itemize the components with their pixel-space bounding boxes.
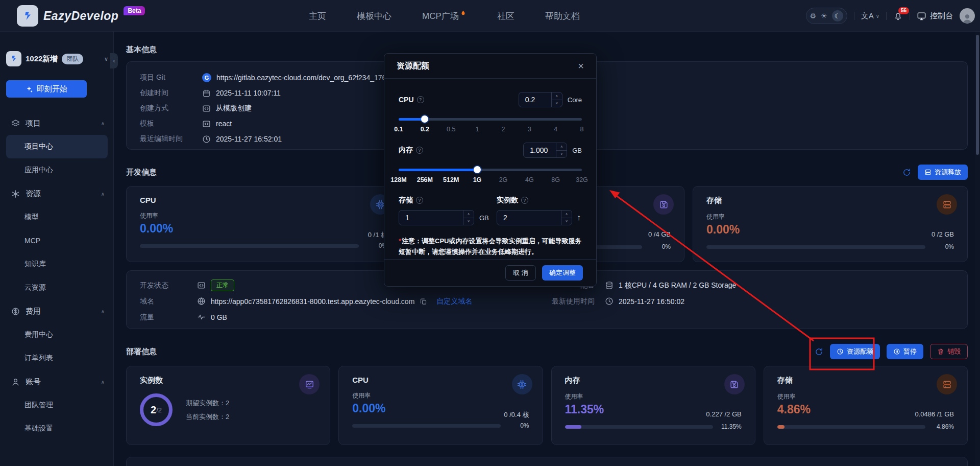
cancel-button[interactable]: 取 消: [505, 265, 536, 281]
chevron-up-icon: ∧: [101, 191, 105, 197]
nav-template-center[interactable]: 模板中心: [357, 10, 391, 22]
memory-input[interactable]: [524, 143, 556, 157]
scale-up-arrow-icon[interactable]: ↑: [577, 213, 581, 222]
storage-quota: 0 /2 GB: [932, 230, 954, 238]
chevron-down-icon: ∨: [876, 13, 879, 19]
app-logo-icon: [17, 5, 38, 27]
calendar-icon: [202, 89, 211, 98]
destroy-button[interactable]: 销毁: [930, 344, 968, 359]
instances-stepper: ∧∨: [561, 211, 572, 225]
step-down-icon[interactable]: ∨: [463, 218, 474, 225]
instances-input[interactable]: [497, 211, 561, 225]
dark-mode-moon-icon[interactable]: ☾: [832, 10, 843, 21]
help-icon[interactable]: ?: [417, 96, 424, 103]
resource-quota-button[interactable]: 资源配额: [830, 344, 880, 359]
help-icon[interactable]: ?: [416, 197, 423, 204]
language-icon: 文A: [861, 11, 874, 21]
language-selector[interactable]: 文A ∨: [861, 11, 879, 21]
sidebar-item-cloud-resources[interactable]: 云资源: [0, 276, 114, 299]
project-selector[interactable]: 1022新增 团队 ∨: [6, 51, 108, 66]
cpu-label: CPU ?: [399, 96, 424, 104]
nav-mcp-market[interactable]: MCP广场: [422, 10, 467, 22]
cpu-slider[interactable]: [399, 115, 582, 123]
user-avatar[interactable]: [960, 8, 975, 24]
memory-slider-thumb[interactable]: [474, 166, 481, 173]
chevron-up-icon: ∧: [101, 309, 105, 314]
step-up-icon[interactable]: ∧: [556, 143, 567, 151]
copy-icon[interactable]: [420, 297, 432, 305]
code-box-icon: [202, 104, 211, 113]
nav-community[interactable]: 社区: [497, 10, 514, 22]
sidebar-item-orders[interactable]: 订单列表: [0, 346, 114, 370]
sidebar-group-account[interactable]: 账号 ∧: [0, 370, 114, 393]
last-used-row: 最新使用时间 2025-11-27 16:50:02: [546, 293, 736, 309]
divider: [910, 12, 910, 20]
memory-slider[interactable]: [399, 166, 582, 173]
next-section-card-edge: [126, 457, 968, 466]
memory-quota: 0 /4 GB: [648, 230, 671, 238]
sidebar: 1022新增 团队 ∨ 即刻开始 项目 ∧ 项目中心 应用中心 资源 ∧ 模型 …: [0, 32, 114, 466]
resource-release-button[interactable]: 资源释放: [918, 165, 968, 180]
sidebar-item-app-center[interactable]: 应用中心: [0, 158, 114, 182]
confirm-adjust-button[interactable]: 确定调整: [542, 265, 583, 281]
storage-server-icon: [937, 194, 957, 215]
scrollbar-thumb[interactable]: [976, 35, 979, 155]
status-badge: 正常: [211, 279, 234, 291]
deploy-cards-row: 实例数 2/2 期望实例数：2 当前实例数：2 CPU 使用率 0.00% 0 …: [126, 366, 968, 445]
start-now-button[interactable]: 即刻开始: [6, 80, 87, 98]
activity-icon: [197, 313, 206, 321]
sidebar-item-mcp[interactable]: MCP: [0, 229, 114, 252]
nav-help-docs[interactable]: 帮助文档: [545, 10, 580, 22]
domain-url[interactable]: https://app0c73581762826831-8000.test.ap…: [211, 297, 414, 306]
clock-icon: [605, 297, 614, 306]
custom-domain-link[interactable]: 自定义域名: [436, 297, 472, 306]
storage-input[interactable]: [399, 211, 463, 225]
top-header: EazyDevelop Beta 主页 模板中心 MCP广场 社区 帮助文档 ⚙…: [0, 0, 980, 32]
sidebar-group-project[interactable]: 项目 ∧: [0, 111, 114, 135]
step-up-icon[interactable]: ∧: [561, 211, 572, 218]
sidebar-group-billing[interactable]: 费用 ∧: [0, 299, 114, 323]
flame-icon: [460, 9, 467, 17]
sidebar-item-knowledge-base[interactable]: 知识库: [0, 252, 114, 276]
step-up-icon[interactable]: ∧: [552, 92, 562, 100]
deploy-info-header: 部署信息 资源配额 暂停 销毁: [126, 344, 968, 359]
help-icon[interactable]: ?: [416, 147, 423, 154]
light-mode-sun-icon[interactable]: ☀: [821, 12, 827, 19]
storage-quota: 0.0486 /1 GB: [915, 410, 954, 418]
help-icon[interactable]: ?: [521, 197, 528, 204]
refresh-icon[interactable]: [902, 168, 911, 177]
sidebar-item-basic-settings[interactable]: 基础设置: [0, 417, 114, 440]
notifications-button[interactable]: 56: [893, 11, 903, 21]
cpu-slider-thumb[interactable]: [421, 115, 428, 123]
sidebar-item-models[interactable]: 模型: [0, 205, 114, 229]
git-url[interactable]: https://gitlab.eazytec-cloud.com/dev_org…: [216, 74, 401, 82]
divider: [886, 12, 887, 20]
step-down-icon[interactable]: ∨: [561, 218, 572, 225]
storage-label: 存储 ?: [399, 196, 497, 205]
notification-count-badge: 56: [898, 7, 909, 14]
code-box-icon: [202, 120, 211, 128]
project-name: 1022新增: [26, 54, 58, 64]
storage-progress-fill: [777, 425, 785, 429]
step-down-icon[interactable]: ∨: [552, 100, 562, 107]
sidebar-collapse-handle[interactable]: ‹: [110, 53, 118, 68]
sidebar-group-resources[interactable]: 资源 ∧: [0, 182, 114, 205]
console-button[interactable]: 控制台: [917, 11, 953, 21]
sidebar-item-team-management[interactable]: 团队管理: [0, 393, 114, 417]
step-down-icon[interactable]: ∨: [556, 151, 567, 158]
main-nav: 主页 模板中心 MCP广场 社区 帮助文档: [309, 0, 580, 32]
sidebar-item-billing-center[interactable]: 费用中心: [0, 323, 114, 346]
globe-icon: [197, 297, 206, 306]
monitor-icon: [917, 11, 926, 21]
close-icon[interactable]: ×: [578, 61, 584, 71]
modal-title: 资源配额: [397, 61, 429, 72]
settings-gear-icon[interactable]: ⚙: [810, 12, 817, 19]
step-up-icon[interactable]: ∧: [463, 211, 474, 218]
nav-home[interactable]: 主页: [309, 10, 326, 22]
clock-icon: [202, 135, 211, 144]
sidebar-item-project-center[interactable]: 项目中心: [6, 135, 108, 158]
page-scrollbar[interactable]: [975, 32, 980, 466]
refresh-icon[interactable]: [815, 347, 823, 356]
pause-button[interactable]: 暂停: [887, 344, 923, 359]
cpu-input[interactable]: [519, 92, 551, 107]
